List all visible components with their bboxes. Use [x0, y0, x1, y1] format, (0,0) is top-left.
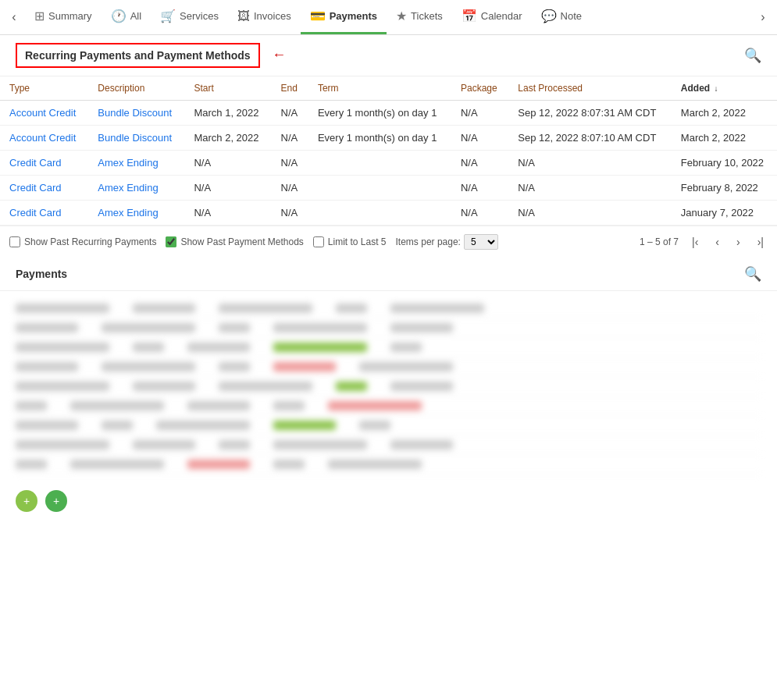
nav-next-button[interactable]: ›	[752, 6, 774, 28]
nav-services-label: Services	[180, 10, 219, 22]
cell-package: N/A	[451, 201, 508, 226]
col-term: Term	[308, 76, 451, 101]
show-past-payment-checkbox[interactable]	[166, 236, 176, 247]
top-navigation: ‹ ⊞ Summary 🕐 All 🛒 Services 🖼 Invoices …	[0, 0, 777, 35]
bottom-icons-area: + +	[0, 482, 777, 520]
recurring-table: Type Description Start End Term Package …	[0, 76, 777, 226]
cell-term: Every 1 month(s) on day 1	[308, 126, 451, 151]
type-link[interactable]: Account Credit	[9, 132, 76, 144]
col-type: Type	[0, 76, 88, 101]
items-per-page-label: Items per page:	[396, 236, 461, 247]
nav-invoices-label: Invoices	[254, 10, 291, 22]
recurring-title-area: Recurring Payments and Payment Methods ←	[16, 43, 286, 68]
limit-to-last5-label[interactable]: Limit to Last 5	[313, 236, 387, 247]
table-row: Credit Card Amex Ending N/A N/A N/A N/A …	[0, 151, 777, 176]
nav-prev-button[interactable]: ‹	[3, 6, 25, 28]
table-row: Account Credit Bundle Discount March 1, …	[0, 101, 777, 126]
type-link[interactable]: Credit Card	[9, 207, 61, 219]
nav-item-services[interactable]: 🛒 Services	[151, 0, 228, 34]
nav-item-invoices[interactable]: 🖼 Invoices	[228, 0, 301, 34]
nav-all-label: All	[130, 10, 141, 22]
cell-added: March 2, 2022	[672, 101, 777, 126]
type-link[interactable]: Account Credit	[9, 107, 76, 119]
cell-package: N/A	[451, 101, 508, 126]
cell-start: N/A	[184, 151, 271, 176]
nav-summary-label: Summary	[48, 10, 92, 22]
sort-arrow-icon: ↓	[715, 84, 718, 93]
cell-description: Amex Ending	[88, 151, 184, 176]
limit-to-last5-checkbox[interactable]	[313, 236, 324, 247]
cell-type: Account Credit	[0, 126, 88, 151]
nav-item-payments[interactable]: 💳 Payments	[301, 0, 387, 34]
col-start: Start	[184, 76, 271, 101]
recurring-table-container: Type Description Start End Term Package …	[0, 76, 777, 226]
col-end: End	[272, 76, 308, 101]
cell-package: N/A	[451, 151, 508, 176]
cell-type: Credit Card	[0, 151, 88, 176]
table-footer: Show Past Recurring Payments Show Past P…	[0, 226, 777, 258]
desc-link[interactable]: Bundle Discount	[98, 132, 172, 144]
show-past-payment-label[interactable]: Show Past Payment Methods	[166, 236, 303, 247]
cell-package: N/A	[451, 126, 508, 151]
cell-end: N/A	[272, 176, 308, 201]
cell-last-processed: Sep 12, 2022 8:07:31 AM CDT	[508, 101, 672, 126]
last-page-button[interactable]: ›|	[754, 234, 768, 250]
nav-item-calendar[interactable]: 📅 Calendar	[452, 0, 532, 34]
nav-item-tickets[interactable]: ★ Tickets	[387, 0, 452, 34]
type-link[interactable]: Credit Card	[9, 157, 61, 169]
nav-item-summary[interactable]: ⊞ Summary	[25, 0, 102, 34]
nav-item-notes[interactable]: 💬 Note	[532, 0, 591, 34]
desc-link[interactable]: Bundle Discount	[98, 107, 172, 119]
limit-to-last5-text: Limit to Last 5	[328, 236, 387, 247]
desc-link[interactable]: Amex Ending	[98, 207, 158, 219]
cell-start: N/A	[184, 176, 271, 201]
nav-item-all[interactable]: 🕐 All	[102, 0, 151, 34]
cell-description: Amex Ending	[88, 201, 184, 226]
col-package: Package	[451, 76, 508, 101]
nav-calendar-label: Calendar	[481, 10, 522, 22]
cell-start: March 1, 2022	[184, 101, 271, 126]
cell-description: Bundle Discount	[88, 101, 184, 126]
cell-added: January 7, 2022	[672, 201, 777, 226]
cell-term	[308, 176, 451, 201]
cell-term	[308, 151, 451, 176]
prev-page-button[interactable]: ‹	[711, 234, 723, 250]
payments-search-button[interactable]: 🔍	[744, 265, 761, 282]
payments-section-title: Payments	[16, 268, 67, 280]
cell-description: Bundle Discount	[88, 126, 184, 151]
cell-last-processed: N/A	[508, 201, 672, 226]
next-page-button[interactable]: ›	[732, 234, 744, 250]
cell-description: Amex Ending	[88, 176, 184, 201]
type-link[interactable]: Credit Card	[9, 182, 61, 194]
table-row: Account Credit Bundle Discount March 2, …	[0, 126, 777, 151]
cell-last-processed: N/A	[508, 151, 672, 176]
summary-icon: ⊞	[34, 9, 45, 23]
pagination-info: 1 – 5 of 7	[640, 236, 679, 247]
recurring-search-button[interactable]: 🔍	[744, 47, 761, 64]
items-per-page-control: Items per page: 5 10 25	[396, 234, 498, 250]
calendar-icon: 📅	[462, 9, 477, 23]
table-row: Credit Card Amex Ending N/A N/A N/A N/A …	[0, 201, 777, 226]
items-per-page-select[interactable]: 5 10 25	[464, 234, 498, 250]
cell-type: Account Credit	[0, 101, 88, 126]
recurring-title-box: Recurring Payments and Payment Methods	[16, 43, 260, 68]
cell-term: Every 1 month(s) on day 1	[308, 101, 451, 126]
cell-end: N/A	[272, 126, 308, 151]
show-past-payment-text: Show Past Payment Methods	[180, 236, 303, 247]
cell-package: N/A	[451, 176, 508, 201]
cell-end: N/A	[272, 101, 308, 126]
show-past-recurring-checkbox[interactable]	[9, 236, 20, 247]
first-page-button[interactable]: |‹	[688, 234, 702, 250]
cell-start: March 2, 2022	[184, 126, 271, 151]
show-past-recurring-text: Show Past Recurring Payments	[24, 236, 156, 247]
desc-link[interactable]: Amex Ending	[98, 157, 158, 169]
col-description: Description	[88, 76, 184, 101]
payments-blurred-content	[0, 291, 777, 482]
cell-added: February 8, 2022	[672, 176, 777, 201]
desc-link[interactable]: Amex Ending	[98, 182, 158, 194]
col-added[interactable]: Added ↓	[672, 76, 777, 101]
cell-type: Credit Card	[0, 201, 88, 226]
cell-type: Credit Card	[0, 176, 88, 201]
show-past-recurring-label[interactable]: Show Past Recurring Payments	[9, 236, 156, 247]
nav-notes-label: Note	[561, 10, 582, 22]
